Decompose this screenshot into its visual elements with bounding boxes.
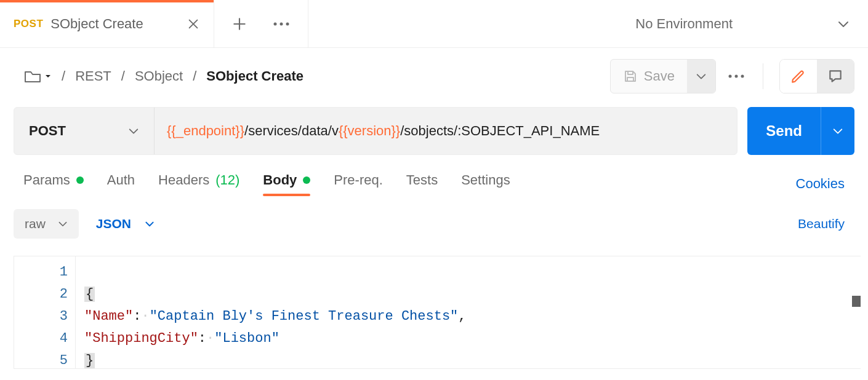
tab-body[interactable]: Body [263,172,310,196]
tab-overflow-icon[interactable] [272,21,291,27]
new-tab-icon[interactable] [231,16,247,32]
save-button-group: Save [610,59,716,93]
svg-point-4 [735,75,738,78]
svg-point-0 [274,22,277,25]
breadcrumb: / REST / SObject / SObject Create [23,68,303,84]
comments-toggle[interactable] [817,60,854,93]
environment-label: No Environment [635,16,733,32]
send-options-button[interactable] [821,107,854,155]
request-tab[interactable]: POST SObject Create [0,0,214,47]
environment-selector[interactable]: No Environment [611,0,868,47]
collection-folder-icon[interactable] [23,68,52,84]
url-variable: {{version}} [339,123,400,139]
documentation-toggle[interactable] [780,60,817,93]
save-label: Save [644,68,675,84]
editor-gutter: 1 2 3 4 5 [14,256,76,368]
right-pane-toggle [779,59,854,93]
indicator-dot-icon [303,176,310,184]
url-variable: {{_endpoint}} [167,123,244,139]
tab-auth[interactable]: Auth [107,172,135,196]
svg-point-1 [280,22,283,25]
breadcrumb-item-current[interactable]: SObject Create [206,68,303,84]
tab-settings[interactable]: Settings [461,172,510,196]
editor-content[interactable]: { "Name":·"Captain Bly's Finest Treasure… [76,256,861,368]
tab-title: SObject Create [50,16,179,32]
breadcrumb-item[interactable]: REST [75,68,111,84]
chevron-down-icon [837,20,850,28]
svg-point-2 [286,22,289,25]
save-options-button[interactable] [687,60,715,93]
http-method-select[interactable]: POST [14,108,155,154]
indicator-dot-icon [76,176,84,184]
http-method-label: POST [29,123,66,139]
more-actions-icon[interactable] [727,73,745,79]
scroll-indicator [852,296,861,307]
body-editor[interactable]: 1 2 3 4 5 { "Name":·"Captain Bly's Fines… [14,256,861,369]
url-input[interactable]: {{_endpoint}}/services/data/v{{version}}… [155,108,612,154]
tab-params[interactable]: Params [23,172,84,196]
breadcrumb-item[interactable]: SObject [135,68,183,84]
body-format-select[interactable]: JSON [96,216,155,231]
send-button[interactable]: Send [747,107,821,155]
tab-prerequest[interactable]: Pre-req. [334,172,382,196]
save-button[interactable]: Save [611,60,687,93]
tab-headers[interactable]: Headers (12) [158,172,239,196]
cookies-link[interactable]: Cookies [796,176,845,192]
body-mode-select[interactable]: raw [14,209,79,239]
svg-point-5 [741,75,744,78]
headers-count: (12) [215,172,239,188]
tab-tests[interactable]: Tests [406,172,438,196]
svg-point-3 [729,75,732,78]
beautify-link[interactable]: Beautify [798,216,845,231]
close-icon[interactable] [187,17,200,31]
tab-method-badge: POST [14,18,43,30]
